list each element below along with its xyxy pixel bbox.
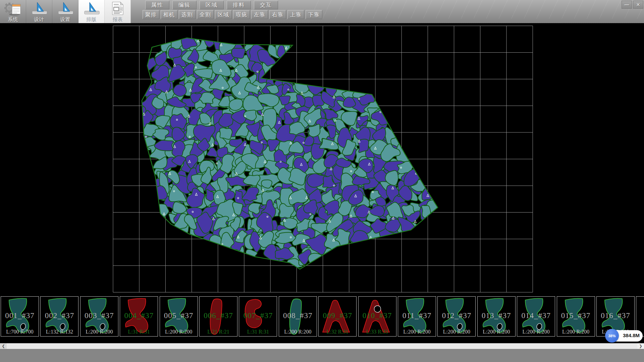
thumbnail-cell[interactable]: 009_#37L:32 R:31: [318, 296, 357, 337]
nesting-app-window: { "window": { "controls": { "minimize": …: [0, 0, 644, 362]
piece-lr-count: L:32 R:31: [319, 329, 356, 335]
nav-label: 设置: [60, 16, 70, 23]
tool-cut-all[interactable]: 全割: [197, 10, 214, 19]
piece-name: 005_#37: [160, 311, 198, 320]
piece-name: 006_#37: [200, 311, 237, 320]
nav-label: 排版: [87, 16, 97, 23]
thumbnail-cell[interactable]: 011_#37L:200 R:200: [398, 296, 436, 337]
memory-value: 384.8M: [623, 333, 640, 338]
piece-thumbnail-strip: 001_#37L:700 R:700002_#37L:132 R:132003_…: [0, 296, 644, 343]
menu-tab-properties[interactable]: 属性: [145, 1, 169, 9]
report-doc-icon: [110, 1, 126, 16]
thumbnail-cell[interactable]: 004_#37L:31 R:31: [120, 296, 158, 337]
thumbnail-cell[interactable]: 010_#37L:33 R:33: [358, 296, 396, 337]
thumbnail-cell[interactable]: 003_#37L:200 R:200: [80, 296, 118, 337]
thumbnail-cell[interactable]: 013_#37L:200 R:200: [477, 296, 516, 337]
piece-lr-count: L:200 R:200: [517, 329, 555, 335]
nav-button-system[interactable]: 系统: [0, 0, 26, 23]
tool-cut-selected[interactable]: 选割: [179, 10, 196, 19]
menu-tab-region[interactable]: 区域: [200, 1, 224, 9]
nesting-canvas[interactable]: [0, 23, 644, 296]
nav-label: 系统: [8, 16, 18, 23]
close-button[interactable]: ✕: [633, 1, 643, 9]
piece-name: 001_#37: [1, 311, 39, 320]
piece-name: 008_#37: [279, 311, 317, 320]
nav-button-settings[interactable]: 设置: [52, 0, 78, 23]
nav-button-design[interactable]: 设计: [26, 0, 52, 23]
scroll-right-icon[interactable]: ❯: [637, 343, 644, 349]
horizontal-scrollbar[interactable]: ❮ ❯: [0, 343, 644, 349]
piece-lr-count: L:200 R:200: [160, 329, 198, 335]
toolbar-texture: [312, 0, 644, 19]
piece-lr-count: L:31 R:31: [120, 329, 158, 335]
main-nav: 系统 设计 设置: [0, 0, 131, 23]
piece-name: 0: [636, 311, 644, 320]
piece-name: 013_#37: [478, 311, 515, 320]
status-strip: [0, 349, 644, 362]
piece-lr-count: L:200 R:200: [279, 329, 317, 335]
piece-lr-count: L:31 R:31: [239, 329, 277, 335]
design-ruler-icon: [30, 1, 49, 16]
scroll-left-icon[interactable]: ❮: [0, 343, 7, 349]
piece-lr-count: L:200 R:200: [80, 329, 118, 335]
piece-lr-count: L:200 R:200: [478, 329, 515, 335]
nav-label: 设计: [34, 16, 44, 23]
piece-name: 004_#37: [120, 311, 158, 320]
tool-align-right[interactable]: 右靠: [269, 10, 286, 19]
thumbnail-cell[interactable]: 008_#37L:200 R:200: [279, 296, 317, 337]
thumbnail-cell[interactable]: 005_#37L:200 R:200: [160, 296, 198, 337]
layout-ruler-icon: [82, 1, 101, 16]
piece-lr-count: L:700 R:700: [1, 329, 39, 335]
tool-region[interactable]: 区域: [215, 10, 232, 19]
menu-tab-interaction[interactable]: 交互: [254, 1, 278, 9]
tool-cluster-nest[interactable]: 聚排: [143, 10, 159, 19]
nav-button-layout[interactable]: 排版: [78, 0, 105, 23]
nesting-canvas-viewport[interactable]: [0, 23, 644, 296]
memory-usage-badge[interactable]: 384.8M 38%: [605, 329, 643, 343]
piece-name: 016_#37: [597, 311, 634, 320]
piece-name: 009_#37: [319, 311, 356, 320]
tool-align-bottom[interactable]: 下靠: [306, 10, 322, 19]
minimize-button[interactable]: —: [622, 1, 632, 9]
piece-lr-count: L:21 R:21: [200, 329, 237, 335]
piece-lr-count: L:33 R:33: [359, 329, 396, 335]
thumbnail-cell[interactable]: 014_#37L:200 R:200: [517, 296, 555, 337]
piece-name: 003_#37: [80, 311, 118, 320]
tool-defect[interactable]: 瑕疵: [233, 10, 250, 19]
thumbnail-cell[interactable]: 001_#37L:700 R:700: [1, 296, 39, 337]
tool-button-row: 聚排 相机 选割 全割 区域 瑕疵 左靠 右靠 上靠 下靠: [143, 10, 324, 19]
percent-circle: 38%: [605, 329, 619, 343]
tool-camera[interactable]: 相机: [161, 10, 177, 19]
tool-align-top[interactable]: 上靠: [287, 10, 304, 19]
thumbnail-cell[interactable]: 012_#37L:200 R:200: [437, 296, 476, 337]
piece-name: 010_#37: [359, 311, 396, 320]
piece-name: 015_#37: [557, 311, 595, 320]
thumbnail-cell[interactable]: 006_#37L:21 R:21: [199, 296, 237, 337]
nested-pieces[interactable]: [135, 33, 439, 268]
settings-ruler-icon: [56, 1, 75, 16]
nav-button-report[interactable]: 报表: [105, 0, 131, 23]
menu-tab-nesting[interactable]: 排料: [227, 1, 251, 9]
system-gear-icon: [4, 1, 22, 16]
piece-name: 014_#37: [517, 311, 555, 320]
menu-tab-row: 属性 编辑 区域 排料 交互: [145, 1, 281, 9]
piece-name: 012_#37: [438, 311, 475, 320]
nav-label: 报表: [113, 16, 123, 23]
piece-name: 002_#37: [41, 311, 78, 320]
piece-lr-count: L:200 R:200: [398, 329, 436, 335]
piece-lr-count: L:132 R:132: [41, 329, 78, 335]
thumbnail-cell[interactable]: 015_#37L:200 R:200: [557, 296, 595, 337]
thumbnail-cell[interactable]: 002_#37L:132 R:132: [40, 296, 78, 337]
piece-name: 011_#37: [398, 311, 436, 320]
piece-lr-count: L:200 R:200: [438, 329, 475, 335]
window-controls: — ✕: [622, 1, 643, 9]
tool-align-left[interactable]: 左靠: [251, 10, 268, 19]
piece-name: 007_#37: [239, 311, 277, 320]
top-toolbar: 系统 设计 设置: [0, 0, 644, 23]
piece-lr-count: L:200 R:200: [557, 329, 595, 335]
menu-tab-edit[interactable]: 编辑: [172, 1, 197, 9]
thumbnail-cell[interactable]: 007_#37L:31 R:31: [239, 296, 277, 337]
